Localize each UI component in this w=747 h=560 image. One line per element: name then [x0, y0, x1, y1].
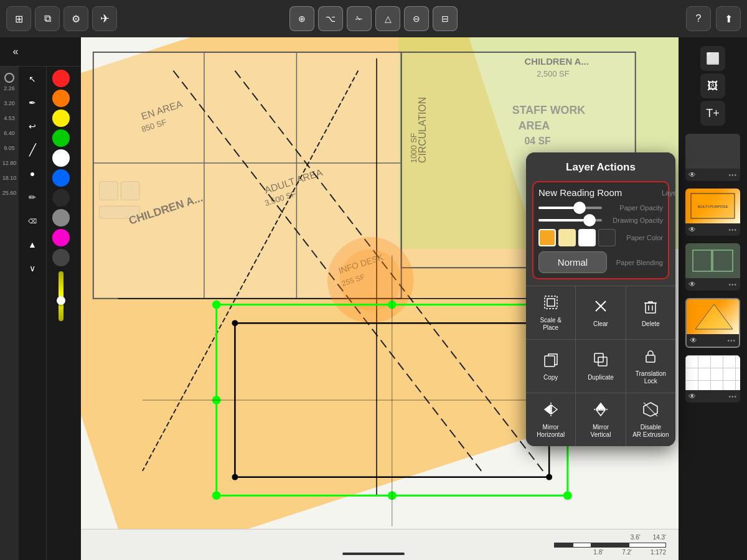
measure-val-1: 2.26 [4, 85, 15, 91]
split-tool[interactable]: ⌥ [318, 6, 343, 31]
layer-3-more[interactable]: ••• [728, 281, 737, 288]
scale-place-label: Scale &Place [540, 317, 561, 332]
paper-color-lightyellow[interactable] [558, 229, 576, 246]
line-tool[interactable]: ╱ [23, 141, 42, 159]
drawing-opacity-row: Drawing Opacity [538, 217, 663, 224]
color-gray[interactable] [52, 209, 70, 226]
color-yellow[interactable] [52, 110, 70, 127]
paper-color-orange[interactable] [538, 229, 556, 246]
dot-tool[interactable]: ● [23, 164, 42, 183]
color-dark[interactable] [52, 189, 70, 207]
layer-5-visibility[interactable]: 👁 [688, 392, 696, 401]
help-button[interactable]: ? [686, 6, 711, 31]
svg-text:CHILDREN A...: CHILDREN A... [525, 57, 589, 67]
collapse-button[interactable]: « [6, 42, 25, 61]
paper-opacity-thumb[interactable] [573, 202, 586, 214]
yellow-slider[interactable] [59, 271, 63, 321]
pointer-tool[interactable]: ↖ [23, 70, 42, 88]
paper-color-dark[interactable] [598, 229, 616, 246]
svg-marker-4 [695, 304, 733, 329]
drawing-opacity-track[interactable] [538, 219, 602, 222]
layer-title-label: Layer Title [662, 189, 675, 197]
more-tools[interactable]: ∨ [23, 259, 42, 278]
scale-ratio: 1:172 [651, 549, 666, 556]
measure-tool[interactable]: △ [375, 6, 400, 31]
copy-button[interactable]: Copy [526, 340, 575, 393]
svg-text:AREA: AREA [519, 119, 550, 132]
layer-4-visibility[interactable]: 👁 [690, 336, 697, 345]
layer-1-thumbnail [685, 134, 740, 169]
layer-5-more[interactable]: ••• [728, 393, 737, 400]
layer-item-1[interactable]: 👁 ••• [685, 134, 740, 181]
layer-item-3[interactable]: 👁 ••• [685, 243, 740, 291]
scale-label-3: 1.8' [593, 549, 603, 556]
text-layer-button[interactable]: T+ [700, 101, 725, 126]
layer-2-visibility[interactable]: 👁 [688, 225, 696, 234]
layer-1-visibility[interactable]: 👁 [688, 170, 696, 179]
svg-rect-49 [100, 206, 139, 218]
new-layer-button[interactable]: ⬜ [700, 46, 725, 71]
remove-tool[interactable]: ⊖ [404, 6, 429, 31]
translation-lock-label: TranslationLock [636, 370, 666, 385]
color-white[interactable] [52, 149, 70, 167]
color-orange[interactable] [52, 90, 70, 107]
disable-ar-button[interactable]: DisableAR Extrusion [626, 393, 675, 446]
drawing-opacity-thumb[interactable] [583, 214, 596, 226]
eyedropper-tool[interactable]: ✒ [23, 93, 42, 112]
select-tool[interactable]: ⊕ [289, 6, 314, 31]
delete-button[interactable]: Delete [626, 286, 675, 339]
add-tool[interactable]: ⊟ [433, 6, 458, 31]
yellow-slider-thumb[interactable] [57, 296, 65, 305]
layer-4-more[interactable]: ••• [727, 337, 736, 344]
layers-button[interactable]: ⧉ [35, 6, 60, 31]
scale-place-button[interactable]: Scale &Place [526, 286, 575, 339]
svg-rect-54 [646, 303, 655, 313]
settings-button[interactable]: ⚙ [63, 6, 88, 31]
mirror-vertical-button[interactable]: MirrorVertical [576, 393, 625, 446]
svg-rect-50 [545, 296, 557, 309]
layer-2-thumbnail: MULTI-PURPOSE [685, 189, 740, 223]
color-blue[interactable] [52, 169, 70, 187]
layer-2-preview: MULTI-PURPOSE [688, 190, 738, 222]
layer-title-input[interactable] [538, 187, 657, 198]
clear-button[interactable]: Clear [576, 286, 625, 339]
share-button[interactable]: ⬆ [716, 6, 741, 31]
layer-3-thumbnail [685, 243, 740, 278]
translation-lock-button[interactable]: TranslationLock [626, 340, 675, 393]
shape-tool[interactable]: ▲ [23, 235, 42, 254]
layer-2-more[interactable]: ••• [728, 226, 737, 233]
drawing-opacity-label: Drawing Opacity [607, 217, 663, 224]
grid-button[interactable]: ⊞ [6, 6, 31, 31]
color-red[interactable] [52, 70, 70, 87]
eraser-tool[interactable]: ⌫ [23, 212, 42, 230]
layer-2-controls: 👁 ••• [685, 223, 740, 236]
pencil-tool[interactable]: ✏ [23, 188, 42, 207]
undo-tool[interactable]: ↩ [23, 117, 42, 136]
blending-mode-button[interactable]: Normal [538, 251, 607, 273]
layer-item-5[interactable]: 👁 ••• [685, 355, 740, 403]
paper-opacity-track[interactable] [538, 207, 602, 209]
move-button[interactable]: ✈ [92, 6, 117, 31]
layer-item-4[interactable]: 👁 ••• [685, 298, 740, 348]
svg-text:2,500 SF: 2,500 SF [537, 69, 569, 78]
layer-1-more[interactable]: ••• [728, 172, 737, 179]
svg-marker-63 [545, 405, 550, 414]
mirror-horizontal-label: MirrorHorizontal [537, 424, 565, 439]
trim-tool[interactable]: ✁ [347, 6, 372, 31]
paper-color-options [538, 229, 616, 246]
layer-5-controls: 👁 ••• [685, 390, 740, 403]
svg-text:CIRCULATION: CIRCULATION [417, 97, 428, 163]
image-layer-button[interactable]: 🖼 [700, 73, 725, 98]
layer-3-visibility[interactable]: 👁 [688, 280, 696, 289]
color-magenta[interactable] [52, 229, 70, 246]
duplicate-button[interactable]: Duplicate [576, 340, 625, 393]
paper-blending-label: Paper Blending [607, 259, 663, 266]
layer-item-2[interactable]: MULTI-PURPOSE 👁 ••• [685, 189, 740, 236]
color-green[interactable] [52, 129, 70, 147]
mirror-horizontal-button[interactable]: MirrorHorizontal [526, 393, 575, 446]
svg-marker-66 [596, 403, 605, 409]
color-darkgray[interactable] [52, 249, 70, 266]
svg-marker-64 [552, 405, 557, 414]
paper-color-white[interactable] [578, 229, 596, 246]
svg-text:04 SF: 04 SF [525, 136, 552, 146]
